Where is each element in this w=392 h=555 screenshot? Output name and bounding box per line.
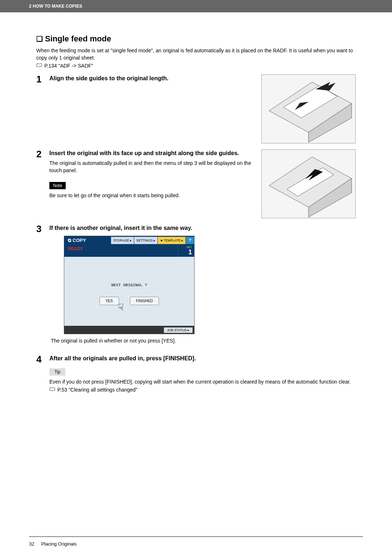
page-content: ❑Single feed mode When the feeding mode … — [0, 12, 392, 406]
chevron-right-icon: ▸ — [130, 239, 132, 242]
step-1: 1 Align the side guides to the original … — [36, 74, 356, 143]
section-ref: P.134 "ADF -> SADF" — [36, 63, 356, 69]
job-status-button[interactable]: JOB STATUS ▸ — [164, 327, 193, 333]
panel-set-counter: SET 1 — [177, 245, 194, 257]
step-4-ref: P.53 "Clearing all settings changed" — [49, 387, 356, 393]
step-number: 2 — [36, 149, 45, 218]
book-icon — [49, 387, 55, 393]
tab-storage[interactable]: STORAGE▸ — [111, 237, 134, 244]
tab-template[interactable]: ★TEMPLATE▸ — [158, 237, 185, 244]
tab-settings[interactable]: SETTINGS▸ — [134, 237, 158, 244]
copy-icon: ⧉ — [68, 238, 71, 243]
panel-footer: JOB STATUS ▸ — [64, 326, 194, 334]
step-2: 2 Insert the original with its face up a… — [36, 149, 356, 218]
note-badge: Note — [49, 182, 66, 189]
panel-body: NEXT ORIGINAL ? YES FINISHED ☟ — [64, 257, 194, 326]
panel-mode-copy: ⧉ COPY — [64, 236, 90, 245]
pointing-hand-icon: ☟ — [118, 302, 124, 313]
star-icon: ★ — [160, 239, 163, 242]
chapter-header: 2 HOW TO MAKE COPIES — [0, 0, 392, 12]
section-title: ❑Single feed mode — [36, 34, 356, 44]
page-footer: 32 Placing Originals — [29, 536, 363, 547]
step-4-tip: Even if you do not press [FINISHED], cop… — [49, 378, 356, 386]
step-3: 3 If there is another original, insert i… — [36, 224, 356, 349]
step-4-ref-text: P.53 "Clearing all settings changed" — [57, 387, 138, 393]
yes-button[interactable]: YES — [99, 297, 119, 305]
step-number: 3 — [36, 224, 45, 349]
page-number: 32 — [29, 541, 40, 547]
step-4-title: After all the originals are pulled in, p… — [49, 355, 356, 362]
chevron-right-icon: ▸ — [188, 328, 189, 332]
panel-mode-label: COPY — [73, 238, 86, 243]
step-2-title: Insert the original with its face up and… — [49, 149, 255, 157]
printer-illustration-2 — [261, 149, 356, 218]
chapter-label: 2 HOW TO MAKE COPIES — [29, 4, 82, 9]
panel-prompt: NEXT ORIGINAL ? — [64, 283, 194, 287]
panel-status-row: READY SET 1 — [64, 245, 194, 257]
footer-section: Placing Originals — [41, 541, 77, 547]
finished-button[interactable]: FINISHED — [130, 297, 159, 305]
square-bullet-icon: ❑ — [36, 35, 43, 43]
step-1-title: Align the side guides to the original le… — [49, 74, 255, 82]
step-3-title: If there is another original, insert it … — [49, 224, 356, 232]
step-number: 4 — [36, 355, 45, 398]
section-title-text: Single feed mode — [45, 34, 111, 43]
step-3-after: The original is pulled in whether or not… — [51, 337, 356, 344]
section-intro: When the feeding mode is set at "single … — [36, 47, 356, 61]
step-2-note: Be sure to let go of the original when i… — [49, 192, 255, 199]
tip-badge: Tip — [49, 368, 65, 376]
chevron-right-icon: ▸ — [154, 239, 155, 242]
section-ref-text: P.134 "ADF -> SADF" — [44, 63, 93, 69]
touch-panel-screenshot: ⧉ COPY STORAGE▸ SETTINGS▸ ★TEMPLATE▸ ? R… — [64, 236, 195, 334]
panel-tabs: STORAGE▸ SETTINGS▸ ★TEMPLATE▸ ? — [111, 237, 194, 244]
step-4: 4 After all the originals are pulled in,… — [36, 355, 356, 398]
chevron-right-icon: ▸ — [181, 239, 183, 242]
panel-header: ⧉ COPY STORAGE▸ SETTINGS▸ ★TEMPLATE▸ ? — [64, 236, 194, 245]
help-button[interactable]: ? — [185, 237, 194, 244]
printer-illustration-1 — [261, 74, 356, 143]
step-2-desc: The original is automatically pulled in … — [49, 159, 255, 174]
step-number: 1 — [36, 74, 45, 143]
panel-ready-status: READY — [64, 245, 177, 257]
book-icon — [36, 63, 42, 69]
set-value: 1 — [180, 249, 192, 255]
